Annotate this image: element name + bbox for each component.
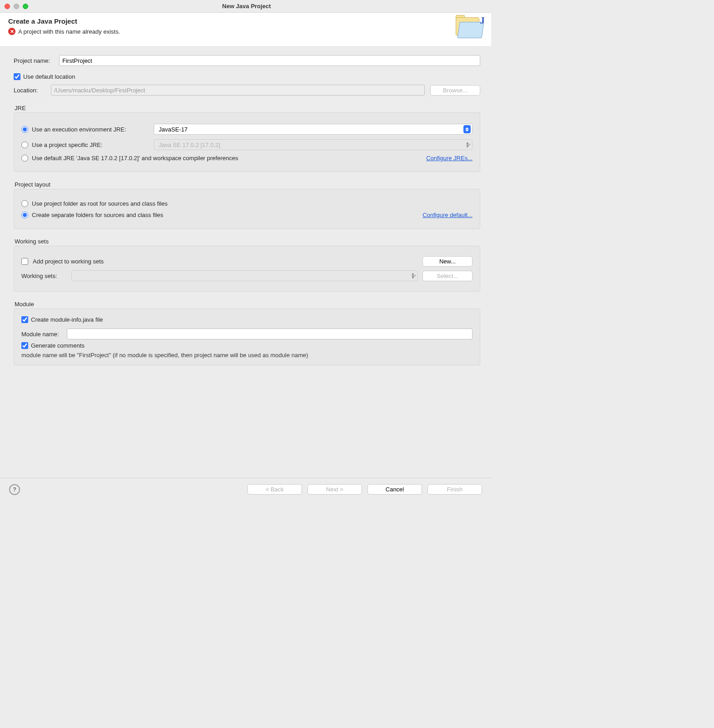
next-button: Next >	[307, 484, 362, 495]
jre-default-radio[interactable]	[21, 155, 28, 162]
titlebar: New Java Project	[0, 0, 491, 13]
jre-group: Use an execution environment JRE: JavaSE…	[14, 112, 480, 172]
jre-exec-env-radio[interactable]	[21, 126, 28, 133]
jre-exec-env-select[interactable]: JavaSE-17	[154, 124, 473, 135]
create-module-info-checkbox[interactable]	[21, 316, 28, 323]
add-to-working-sets-label: Add project to working sets	[33, 258, 104, 265]
working-sets-select	[71, 270, 418, 281]
use-default-location-checkbox[interactable]	[14, 73, 20, 80]
cancel-button[interactable]: Cancel	[367, 484, 422, 495]
create-module-info-label: Create module-info.java file	[31, 316, 103, 323]
close-icon[interactable]	[5, 4, 10, 9]
wizard-banner-icon: J	[456, 17, 483, 41]
minimize-icon	[14, 4, 19, 9]
generate-comments-checkbox[interactable]	[21, 342, 28, 349]
page-title: Create a Java Project	[8, 17, 456, 25]
location-label: Location:	[14, 87, 45, 94]
working-sets-group: Add project to working sets New... Worki…	[14, 246, 480, 292]
module-name-label: Module name:	[21, 331, 67, 338]
window-title: New Java Project	[28, 3, 465, 10]
wizard-header: Create a Java Project ✕ A project with t…	[0, 13, 491, 47]
select-working-set-button: Select...	[422, 271, 473, 281]
new-working-set-button[interactable]: New...	[422, 256, 473, 267]
configure-jres-link[interactable]: Configure JREs...	[426, 155, 473, 162]
help-icon[interactable]: ?	[9, 484, 20, 495]
module-legend: Module	[15, 301, 480, 308]
layout-separate-label: Create separate folders for sources and …	[32, 212, 163, 218]
module-name-input[interactable]	[67, 329, 473, 339]
working-sets-legend: Working sets	[15, 238, 480, 245]
module-hint: module name will be "FirstProject" (if n…	[21, 352, 473, 359]
jre-specific-radio[interactable]	[21, 142, 28, 148]
module-group: Create module-info.java file Module name…	[14, 308, 480, 365]
project-name-input[interactable]	[59, 55, 480, 66]
zoom-icon[interactable]	[23, 4, 28, 9]
location-input	[51, 85, 425, 96]
error-icon: ✕	[8, 28, 15, 35]
browse-button: Browse...	[430, 85, 480, 96]
jre-exec-env-label: Use an execution environment JRE:	[32, 126, 150, 133]
layout-group: Use project folder as root for sources a…	[14, 189, 480, 229]
wizard-footer: ? < Back Next > Cancel Finish	[0, 478, 491, 500]
layout-legend: Project layout	[15, 181, 480, 188]
jre-specific-select: Java SE 17.0.2 [17.0.2]	[154, 139, 473, 150]
form-body: Project name: Use default location Locat…	[0, 47, 491, 478]
window-controls	[5, 4, 28, 9]
layout-root-radio[interactable]	[21, 200, 28, 207]
finish-button: Finish	[427, 484, 482, 495]
generate-comments-label: Generate comments	[31, 342, 85, 349]
back-button: < Back	[247, 484, 302, 495]
project-name-label: Project name:	[14, 57, 59, 64]
jre-default-label: Use default JRE 'Java SE 17.0.2 [17.0.2]…	[32, 155, 238, 162]
error-message: A project with this name already exists.	[18, 28, 120, 35]
layout-root-label: Use project folder as root for sources a…	[32, 200, 167, 207]
add-to-working-sets-checkbox[interactable]	[21, 258, 28, 265]
jre-legend: JRE	[15, 105, 480, 111]
jre-specific-label: Use a project specific JRE:	[32, 142, 150, 148]
configure-default-link[interactable]: Configure default...	[422, 212, 473, 218]
working-sets-label: Working sets:	[21, 273, 67, 279]
layout-separate-radio[interactable]	[21, 212, 28, 218]
use-default-location-label: Use default location	[23, 73, 75, 80]
